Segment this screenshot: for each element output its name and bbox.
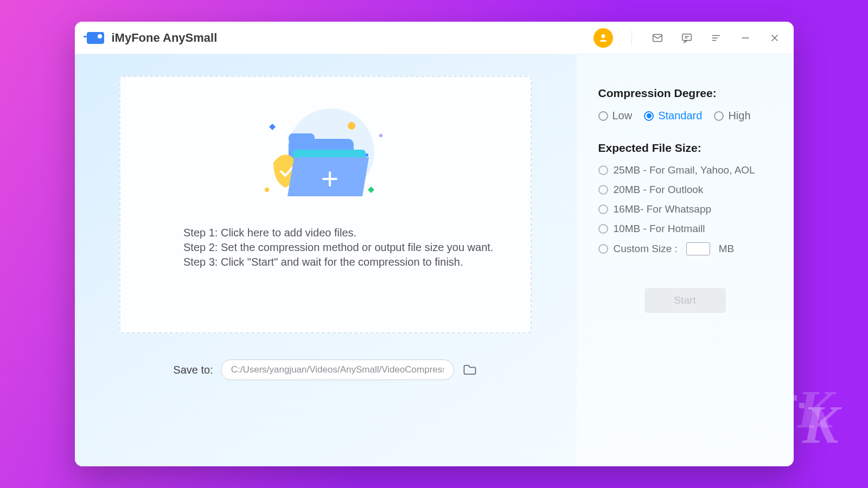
expected-file-size-heading: Expected File Size:: [598, 142, 772, 155]
radio-label: 10MB - For Hotmaill: [614, 223, 705, 235]
compression-option-standard[interactable]: Standard: [644, 110, 702, 122]
mail-icon[interactable]: [650, 31, 665, 45]
svg-rect-11: [289, 133, 315, 144]
file-size-option-25mb[interactable]: 25MB - For Gmail, Yahoo, AOL: [598, 164, 772, 176]
compression-option-low[interactable]: Low: [598, 110, 633, 122]
radio-label: High: [728, 110, 750, 122]
svg-point-0: [601, 34, 605, 38]
app-window: iMyFone AnySmall: [75, 22, 794, 466]
user-avatar-icon[interactable]: [593, 28, 613, 48]
radio-icon: [598, 111, 608, 121]
custom-size-input[interactable]: [686, 242, 710, 255]
svg-point-9: [265, 188, 269, 192]
file-size-option-custom[interactable]: Custom Size : MB: [598, 242, 772, 255]
radio-icon: [598, 244, 608, 254]
app-logo-icon: [87, 32, 104, 44]
folder-illustration-icon: [255, 103, 396, 206]
radio-icon: [644, 111, 654, 121]
compression-degree-options: Low Standard High: [598, 110, 772, 122]
feedback-icon[interactable]: [680, 31, 694, 45]
main-panel: Step 1: Click here to add video files. S…: [75, 54, 577, 466]
radio-icon: [598, 165, 608, 175]
step-2-text: Step 2: Set the compression method or ou…: [183, 241, 493, 254]
titlebar-separator: [631, 30, 632, 46]
radio-icon: [598, 204, 608, 214]
svg-point-5: [348, 122, 355, 130]
file-size-options: 25MB - For Gmail, Yahoo, AOL 20MB - For …: [598, 164, 772, 255]
save-path-input[interactable]: [221, 359, 454, 380]
close-button[interactable]: [768, 31, 782, 45]
radio-label: 25MB - For Gmail, Yahoo, AOL: [614, 164, 755, 176]
menu-icon[interactable]: [709, 31, 723, 45]
svg-marker-6: [379, 133, 383, 138]
save-to-label: Save to:: [173, 364, 213, 376]
file-size-option-10mb[interactable]: 10MB - For Hotmaill: [598, 223, 772, 235]
radio-label: Low: [612, 110, 633, 122]
instruction-steps: Step 1: Click here to add video files. S…: [153, 224, 493, 271]
step-1-text: Step 1: Click here to add video files.: [183, 227, 493, 239]
svg-rect-2: [682, 34, 691, 40]
compression-degree-heading: Compression Degree:: [598, 87, 772, 100]
start-button[interactable]: Start: [644, 288, 726, 313]
browse-folder-button[interactable]: [462, 362, 478, 377]
settings-sidebar: Compression Degree: Low Standard High Ex…: [577, 54, 794, 466]
svg-rect-1: [653, 34, 662, 41]
titlebar: iMyFone AnySmall: [75, 22, 794, 54]
minimize-button[interactable]: [738, 31, 752, 45]
svg-marker-8: [368, 187, 374, 193]
watermark-icon: K: [802, 393, 835, 455]
svg-marker-4: [269, 124, 276, 130]
radio-label: 20MB - For Outlook: [614, 184, 704, 196]
custom-size-prefix: Custom Size :: [614, 243, 678, 255]
file-size-option-16mb[interactable]: 16MB- For Whatsapp: [598, 203, 772, 215]
radio-icon: [714, 111, 724, 121]
custom-size-suffix: MB: [719, 243, 735, 255]
step-3-text: Step 3: Click "Start" and wait for the c…: [183, 256, 493, 268]
add-files-dropzone[interactable]: Step 1: Click here to add video files. S…: [119, 76, 532, 333]
compression-option-high[interactable]: High: [714, 110, 750, 122]
save-path-row: Save to:: [173, 359, 477, 380]
app-title: iMyFone AnySmall: [112, 31, 218, 45]
radio-icon: [598, 185, 608, 195]
file-size-option-20mb[interactable]: 20MB - For Outlook: [598, 184, 772, 196]
radio-label: 16MB- For Whatsapp: [614, 203, 712, 215]
window-body: Step 1: Click here to add video files. S…: [75, 54, 794, 466]
radio-icon: [598, 224, 608, 234]
radio-label: Standard: [658, 110, 702, 122]
